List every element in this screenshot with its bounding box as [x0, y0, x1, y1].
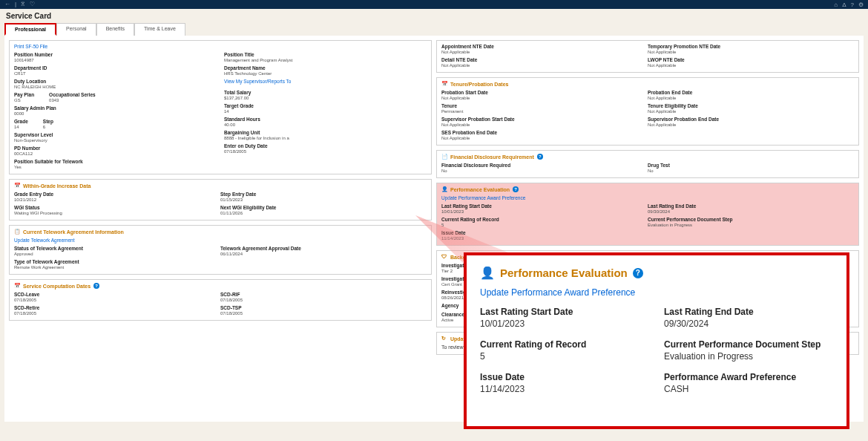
lbl-dept-name: Department Name [224, 65, 427, 71]
back-icon[interactable]: ← [4, 1, 10, 8]
lbl-perf-issue: Issue Date [441, 230, 640, 235]
shield-icon: 🛡 [441, 254, 447, 260]
hdr-findisc: Financial Disclosure Requirement [450, 154, 534, 160]
lbl-perf-end: Last Rating End Date [648, 203, 846, 209]
help-icon[interactable]: ? [537, 154, 543, 160]
hdr-perf: Performance Evaluation [450, 187, 510, 192]
lbl-pay-plan: Pay Plan [14, 92, 34, 97]
val-salary-plan: 0000 [14, 111, 217, 116]
help-icon[interactable]: ? [513, 186, 519, 192]
lbl-total-salary: Total Salary [224, 90, 427, 95]
val-prob-end: Not Applicable [648, 96, 846, 100]
home-icon[interactable]: ⌂ [834, 1, 838, 8]
help-icon[interactable]: ? [851, 1, 854, 8]
lbl-findisc-req: Financial Disclosure Required [441, 163, 640, 168]
update-telework-link[interactable]: Update Telework Agreement [14, 238, 75, 243]
val-telework-type: Remote Work Agreement [14, 265, 213, 270]
val-total-salary: $137,267.00 [224, 96, 427, 100]
val-wgi-status: Waiting WGI Processing [14, 211, 213, 215]
val-perf-step: Evaluation in Progress [648, 223, 846, 227]
topbar: ← | ⧖ ♡ ⌂ Δ ? ⚙ [0, 0, 868, 9]
print-sf50-link[interactable]: Print SF-50 File [14, 44, 47, 49]
lbl-step: Step [43, 119, 53, 124]
lbl-telework-elig: Position Suitable for Telework [14, 159, 217, 164]
val-pd-num: 00CA112 [14, 151, 217, 156]
calendar-icon: 📅 [14, 183, 20, 189]
callout-header: Performance Evaluation [500, 267, 628, 279]
lbl-telework-type: Type of Telework Agreement [14, 259, 213, 264]
lbl-step-entry: Step Entry Date [220, 192, 419, 197]
lbl-std-hours: Standard Hours [224, 117, 427, 122]
lbl-scd-retire: SCD-Retire [14, 305, 213, 310]
callout-performance: 👤 Performance Evaluation ? Update Perfor… [464, 252, 849, 429]
val-co-start: 10/01/2023 [480, 318, 649, 329]
card-findisc: 📄Financial Disclosure Requirement? Finan… [436, 150, 859, 178]
val-eod: 07/18/2005 [224, 149, 427, 154]
lbl-prob-end: Probation End Date [648, 90, 846, 95]
val-sup-prob-start: Not Applicable [441, 122, 640, 127]
heart-icon[interactable]: ♡ [30, 1, 35, 8]
lbl-pos-title: Position Title [224, 52, 427, 57]
val-scd-rif: 07/18/2005 [220, 298, 419, 302]
clock-icon[interactable]: ⧖ [21, 1, 25, 8]
val-grade: 14 [14, 125, 28, 129]
lbl-co-award: Performance Award Preference [664, 372, 833, 382]
lbl-grade-entry: Grade Entry Date [14, 192, 213, 197]
callout-update-link[interactable]: Update Performance Award Preference [480, 287, 635, 298]
lbl-eod: Enter on Duty Date [224, 143, 427, 148]
val-pos-title: Management and Program Analyst [224, 58, 427, 62]
lbl-drug-test: Drug Test [648, 163, 846, 168]
tab-professional[interactable]: Professional [4, 23, 56, 36]
view-supervisor-link[interactable]: View My Supervisor/Reports To [224, 79, 291, 84]
lbl-co-step: Current Performance Document Step [664, 339, 833, 350]
lbl-telework-approval: Telework Agreement Approval Date [220, 246, 419, 251]
lbl-app-nte: Appointment NTE Date [441, 44, 640, 49]
gear-icon[interactable]: ⚙ [858, 1, 864, 8]
page-title: Service Card [0, 9, 868, 22]
lbl-telework-status: Status of Telework Agreement [14, 246, 213, 251]
calendar-icon: 📅 [441, 81, 447, 87]
val-scd-retire: 07/18/2005 [14, 311, 213, 316]
val-step-entry: 01/15/2023 [220, 197, 419, 202]
bell-icon[interactable]: Δ [842, 1, 846, 8]
tab-time-leave[interactable]: Time & Leave [134, 23, 185, 36]
val-perf-issue: 11/14/2023 [441, 236, 640, 241]
tab-personal[interactable]: Personal [56, 23, 96, 36]
val-telework-elig: Yes [14, 165, 217, 169]
hdr-telework: Current Telework Agreement Information [23, 229, 124, 235]
lbl-tenure: Tenure [441, 103, 640, 108]
val-dept-id: CR1T [14, 71, 217, 76]
lbl-sup-prob-end: Supervisor Probation End Date [648, 117, 846, 122]
lbl-co-issue: Issue Date [480, 372, 649, 382]
tab-benefits[interactable]: Benefits [96, 23, 134, 36]
update-perf-link[interactable]: Update Performance Award Preference [441, 195, 525, 200]
card-scd: 📅Service Computation Dates? SCD-Leave07/… [9, 279, 432, 321]
help-icon[interactable]: ? [93, 283, 99, 289]
lbl-grade: Grade [14, 119, 28, 124]
card-telework: 📋Current Telework Agreement Information … [9, 225, 432, 275]
refresh-icon: ↻ [441, 336, 447, 342]
val-duty-loc: NC RALEIGH HOME [14, 85, 217, 89]
lbl-scd-rif: SCD-RIF [220, 292, 419, 297]
lbl-temp-promo: Temporary Promotion NTE Date [648, 44, 846, 49]
val-perf-start: 10/01/2023 [441, 209, 640, 214]
val-co-award: CASH [664, 384, 833, 394]
lbl-tenure-elig: Tenure Eligibility Date [648, 103, 846, 108]
val-occ-series: 0343 [49, 98, 96, 102]
card-wgi: 📅Within-Grade Increase Data Grade Entry … [9, 179, 432, 220]
help-icon[interactable]: ? [633, 268, 643, 278]
profile-icon: 👤 [441, 186, 447, 192]
val-co-rating: 5 [480, 351, 649, 362]
left-column: Print SF-50 File Position Number10014987… [9, 40, 432, 417]
clipboard-icon: 📋 [14, 229, 20, 235]
val-std-hours: 40.00 [224, 122, 427, 127]
hdr-tenure: Tenure/Probation Dates [450, 82, 508, 87]
divider: | [15, 1, 16, 8]
val-telework-status: Approved [14, 252, 213, 256]
val-co-end: 09/30/2024 [664, 318, 833, 329]
val-sup-level: Non-Supervisory [14, 138, 217, 143]
card-appointment: Appointment NTE DateNot Applicable Tempo… [436, 40, 859, 73]
lbl-position-number: Position Number [14, 52, 217, 57]
val-lwop-nte: Not Applicable [648, 63, 846, 68]
val-step: 6 [43, 125, 53, 129]
